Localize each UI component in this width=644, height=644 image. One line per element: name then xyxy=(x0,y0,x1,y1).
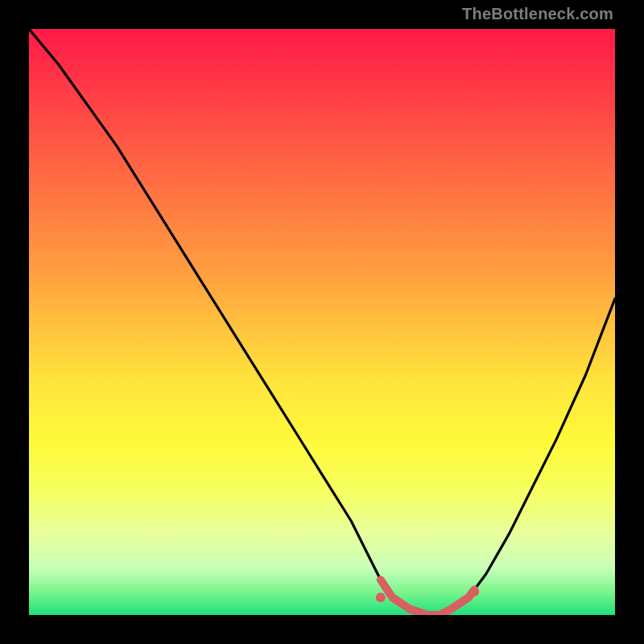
bottleneck-curve xyxy=(29,29,615,615)
curve-layer xyxy=(29,29,615,615)
chart-frame: TheBottleneck.com xyxy=(0,0,644,644)
watermark-text: TheBottleneck.com xyxy=(462,5,613,23)
plot-area xyxy=(29,29,615,615)
highlight-band xyxy=(381,580,475,615)
range-start-marker xyxy=(376,592,386,602)
range-end-marker xyxy=(469,587,479,597)
